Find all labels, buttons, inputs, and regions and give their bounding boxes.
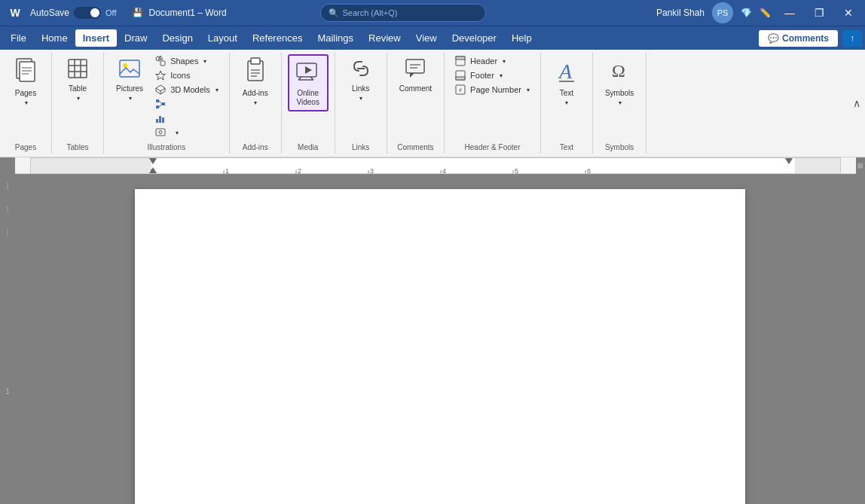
avatar: PS — [712, 2, 733, 23]
icons-label: Icons — [170, 71, 190, 80]
text-group-label: Text — [544, 141, 589, 154]
links-group-label: Links — [338, 141, 384, 154]
addins-button[interactable]: Add-ins ▾ — [236, 54, 275, 109]
svg-marker-17 — [156, 71, 166, 80]
restore-button[interactable]: ❐ — [808, 0, 830, 26]
menu-bar: File Home Insert Draw Design Layout Refe… — [0, 26, 865, 50]
svg-rect-3 — [20, 62, 35, 81]
svg-rect-24 — [156, 99, 159, 102]
ribbon-collapse-button[interactable]: ∧ — [853, 97, 860, 109]
menu-home[interactable]: Home — [34, 29, 75, 47]
header-label: Header — [470, 57, 497, 66]
menu-review[interactable]: Review — [361, 29, 408, 47]
svg-text:6: 6 — [587, 167, 591, 174]
header-button[interactable]: Header ▾ — [451, 54, 534, 68]
svg-text:Ω: Ω — [612, 61, 625, 81]
icons-button[interactable]: Icons — [151, 69, 223, 82]
svg-text:4: 4 — [442, 167, 446, 174]
screenshot-button[interactable]: ▾ — [151, 126, 223, 139]
menu-design[interactable]: Design — [154, 29, 200, 47]
svg-marker-46 — [410, 73, 414, 78]
svg-rect-29 — [156, 119, 158, 123]
text-label: Text — [560, 89, 573, 98]
ribbon-group-illustrations: Pictures ▾ Shapes ▾ — [104, 53, 230, 154]
doc-page[interactable] — [135, 189, 745, 504]
close-button[interactable]: ✕ — [838, 0, 859, 26]
illustrations-stack: Shapes ▾ Icons — [151, 54, 223, 139]
search-box[interactable]: 🔍 — [320, 4, 486, 22]
search-input[interactable] — [342, 8, 478, 17]
svg-point-33 — [159, 131, 162, 134]
svg-marker-40 — [305, 66, 312, 74]
menu-layout[interactable]: Layout — [200, 29, 245, 47]
media-group-label: Media — [285, 141, 332, 154]
svg-text:1: 1 — [225, 167, 229, 174]
footer-button[interactable]: Footer ▾ — [451, 69, 534, 82]
ruler-area: 1 2 3 4 5 6 ⊞ — [0, 157, 865, 174]
indent-marker-bottom[interactable] — [149, 167, 157, 173]
autosave-toggle[interactable] — [74, 7, 101, 19]
comments-button[interactable]: 💬 Comments — [759, 30, 838, 47]
menu-draw[interactable]: Draw — [117, 29, 154, 47]
doc-page-wrapper — [15, 174, 865, 504]
comments-group-label: Comments — [390, 141, 441, 154]
search-icon: 🔍 — [329, 8, 339, 18]
links-button[interactable]: Links ▾ — [341, 54, 381, 105]
table-button[interactable]: Table ▾ — [58, 54, 97, 105]
svg-text:W: W — [10, 7, 20, 19]
comment-icon — [404, 57, 426, 83]
shapes-button[interactable]: Shapes ▾ — [151, 54, 223, 68]
ribbon: Pages ▾ Pages Table ▾ — [0, 50, 865, 157]
svg-rect-52 — [456, 77, 465, 80]
footer-label: Footer — [470, 71, 494, 80]
smartart-button[interactable] — [151, 97, 223, 111]
indent-marker-top[interactable] — [149, 158, 157, 164]
comments-icon: 💬 — [768, 33, 779, 44]
menu-insert[interactable]: Insert — [75, 29, 117, 47]
ruler-expand-icon[interactable]: ⊞ — [857, 162, 863, 170]
menu-file[interactable]: File — [3, 29, 34, 47]
svg-rect-50 — [456, 57, 465, 60]
online-videos-icon — [295, 59, 321, 87]
text-button[interactable]: A Text ▾ — [547, 54, 586, 109]
header-footer-stack: Header ▾ Footer ▾ # Page Numb — [451, 54, 534, 96]
menu-mailings[interactable]: Mailings — [310, 29, 361, 47]
3d-models-button[interactable]: 3D Models ▾ — [151, 83, 223, 96]
menu-developer[interactable]: Developer — [445, 29, 504, 47]
share-button[interactable]: ↑ — [842, 30, 862, 47]
header-footer-group-label: Header & Footer — [448, 141, 537, 154]
page-number-button[interactable]: # Page Number ▾ — [451, 83, 534, 96]
symbols-group-label: Symbols — [596, 141, 643, 154]
ribbon-group-addins: Add-ins ▾ Add-ins — [230, 53, 282, 154]
margin-icon-2: | — [7, 205, 9, 213]
save-icon[interactable]: 💾 — [132, 8, 143, 18]
left-margin: | | | 1 2 — [0, 174, 15, 504]
menu-view[interactable]: View — [408, 29, 445, 47]
minimize-button[interactable]: — — [778, 0, 801, 26]
page-number-indicator: 1 — [5, 387, 10, 396]
autosave-label: AutoSave — [30, 8, 69, 18]
svg-line-28 — [159, 104, 162, 107]
pictures-label: Pictures — [116, 84, 143, 93]
word-icon: W — [6, 4, 24, 22]
menu-references[interactable]: References — [245, 29, 310, 47]
shapes-label: Shapes — [170, 57, 198, 66]
right-indent-marker[interactable] — [785, 158, 793, 164]
doc-area: | | | 1 2 — [0, 174, 865, 504]
addins-dropdown: ▾ — [254, 99, 257, 106]
symbols-button[interactable]: Ω Symbols ▾ — [599, 54, 640, 109]
comment-button[interactable]: Comment — [393, 54, 438, 96]
svg-line-27 — [159, 101, 162, 104]
menu-right: 💬 Comments ↑ — [759, 30, 862, 47]
autosave-state: Off — [105, 8, 116, 17]
svg-text:3: 3 — [370, 167, 374, 174]
page-number-label: Page Number — [470, 85, 521, 94]
chart-button[interactable] — [151, 111, 223, 125]
menu-help[interactable]: Help — [504, 29, 539, 47]
share-icon: ↑ — [850, 33, 854, 44]
svg-rect-25 — [156, 105, 159, 108]
pictures-button[interactable]: Pictures ▾ — [110, 54, 149, 105]
tables-group-label: Tables — [55, 141, 100, 154]
pages-button[interactable]: Pages ▾ — [6, 54, 45, 109]
online-videos-button[interactable]: OnlineVideos — [288, 54, 329, 111]
